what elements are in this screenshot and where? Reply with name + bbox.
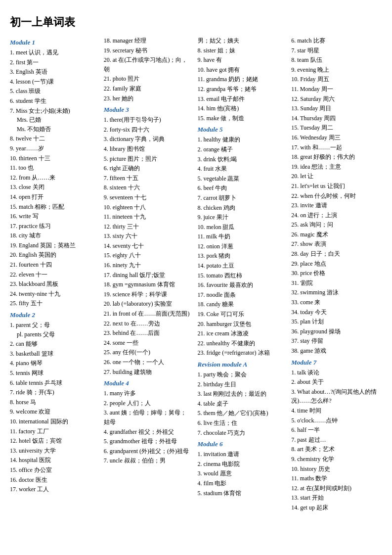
entry: 9. have 有 [198,55,286,65]
entry: 1. meet 认识，遇见 [10,48,98,57]
entry: 19. England 英国；英格兰 [10,241,98,250]
entry: 10. international 国际的 [10,417,98,426]
entry: 13. close 关闭 [10,183,98,192]
entry: 14. open 打开 [10,192,98,202]
entry: 4. grandfather 祖父；外祖父 [104,427,192,437]
entry: 21. photo 照片 [104,74,192,84]
entry: 22. family 家庭 [104,84,192,93]
entry: 9. chemistry 化学 [291,455,379,464]
entry: 26. magic 魔术 [291,230,379,239]
entry: 8. sister 姐；妹 [198,46,286,55]
entry: 12. Saturday 周六 [291,94,379,104]
entry: 8. horse 马 [10,398,98,407]
entry: 16. write 写 [10,212,98,221]
entry: 6. grandparent (外)祖父；(外)祖母 [104,447,192,456]
entry: 23. her 她的 [104,94,192,103]
entry: 7. uncle 叔叔；伯伯；男 [104,456,192,465]
entry: 12. from 从……来 [10,173,98,183]
revision-module-a: Revision module A 1. party 晚会；聚会 2. birt… [198,361,286,437]
entry: 28. day 日子；白天 [291,249,379,259]
entry: 4. fruit 水果 [198,164,286,174]
column-4: 6. match 比赛 7. star 明星 8. team 队伍 9. eve… [288,36,382,513]
entry: 21. ice cream 冰激凌 [198,329,286,338]
entry: 24. on 进行；上演 [291,211,379,220]
module-4-title: Module 4 [104,379,192,387]
entry: 21. in front of 在……前面(无范围) [104,309,192,319]
entry: 17. noodle 面条 [198,290,286,300]
entry: 23. blackboard 黑板 [10,279,98,289]
entry: 1. party 晚会；聚会 [198,370,286,379]
entry: 11. maths 数学 [291,474,379,483]
module-6-title: Module 6 [198,440,286,448]
entry: 10. Friday 周五 [291,75,379,84]
entry: 1. healthy 健康的 [198,135,286,144]
module-4: Module 4 1. many 许多 2. people 人们；人 3. au… [104,379,192,465]
entry: 12. at 在(某时间或时刻) [291,484,379,493]
entry: 5. o'clock……点钟 [291,416,379,425]
entry: 男；姑父；姨夫 [198,36,286,46]
entry: 12. onion 洋葱 [198,242,286,251]
entry: 18. city 城市 [10,231,98,240]
entry: 21. let's=let us 让我们 [291,182,379,191]
entry: 22. unhealthy 不健康的 [198,339,286,348]
entry: 16. doctor 医生 [10,475,98,485]
entry: 19. idea 想法；主意 [291,162,379,172]
entry: 8. twelve 十二 [10,134,98,143]
entry: 19. science 科学；科学课 [104,290,192,299]
entry: 13. start 开始 [291,493,379,503]
entry: 17. worker 工人 [10,485,98,494]
entry: 7. past 超过… [291,435,379,445]
entry: 23. fridge (=refrigerator) 冰箱 [198,348,286,358]
entry: 26. one 一个物；一个人 [104,358,192,367]
page-title: 初一上单词表 [10,15,382,30]
entry: 6. match 比赛 [291,36,379,46]
module-2: Module 2 1. parent 父；母pl. parents 父母 2. … [10,311,98,494]
module-3-title: Module 3 [104,106,192,114]
entry: 12. grandpa 爷爷；姥爷 [198,85,286,94]
entry: 27. building 建筑物 [104,368,192,377]
revision-module-a-title: Revision module A [198,361,286,369]
entry: 1. there(用于引导句子) [104,115,192,125]
entry: 15. eighty 八十 [104,251,192,260]
entry: 14. him 他(宾格) [198,104,286,113]
entry: 18. manager 经理 [104,36,192,46]
entry: 8. art 美术；艺术 [291,445,379,454]
entry: 2. birthday 生日 [198,380,286,389]
entry: 11. milk 牛奶 [198,232,286,241]
entry: 11. Monday 周一 [291,85,379,94]
entry: 3. last 刚刚过去的；最近的 [198,389,286,399]
entry: 3. aunt 姨；伯母；婶母；舅母；姑母 [104,408,192,426]
entry: 1. many 许多 [104,389,192,398]
entry: 2. orange 橘子 [198,145,286,154]
entry: 2. first 第一 [10,58,98,67]
entry: 7. ride 骑；开(车) [10,388,98,397]
entry: 3. English 英语 [10,67,98,77]
entry: 20. at 在(工作或学习地点)；向，朝 [104,55,192,74]
entry: 2. forty-six 四十六 [104,125,192,135]
module-1-title: Module 1 [10,39,98,46]
entry: 22. eleven 十一 [10,270,98,279]
module-6: Module 6 1. invitation 邀请 2. cinema 电影院 … [198,440,286,498]
entry: 20. let 让 [291,172,379,181]
entry: 3. dictionary 字典，词典 [104,135,192,144]
entry: 13. Sunday 周日 [291,104,379,113]
entry: 8. team 队伍 [291,55,379,65]
entry: 36. playground 操场 [291,327,379,336]
entry: 15. tomato 西红柿 [198,271,286,280]
entry: 23. invite 邀请 [291,201,379,210]
entry: 4. table 桌子 [198,399,286,409]
entry: 6. right 正确的 [104,164,192,173]
entry: 2. can 能够 [10,339,98,349]
entry: 4. time 时间 [291,406,379,416]
entry: 19. Coke 可口可乐 [198,310,286,319]
entry: 5. vegetable 蔬菜 [198,174,286,184]
column-3: 男；姑父；姨夫 8. sister 姐；妹 9. have 有 10. have… [195,36,289,498]
column-1: Module 1 1. meet 认识，遇见 2. first 第一 3. En… [10,36,101,495]
entry: 10. thirteen 十三 [10,154,98,163]
entry: 8. chicken 鸡肉 [198,203,286,213]
entry: 10. melon 甜瓜 [198,223,286,232]
entry: 15. make 做，制造 [198,114,286,123]
entry: 1. parent 父；母pl. parents 父母 [10,321,98,339]
entry: 7. fifteen 十五 [104,174,192,183]
entry: 11. factory 工厂 [10,427,98,436]
